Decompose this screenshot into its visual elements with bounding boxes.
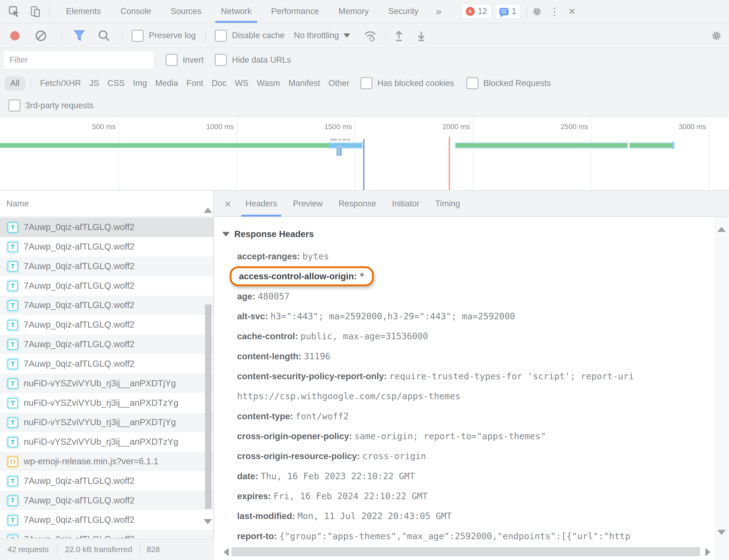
header-line: cross-origin-opener-policysame-origin; r… [237,426,714,446]
main-tab[interactable]: Security [379,0,428,23]
scrollbar-thumb[interactable] [232,547,700,556]
request-row[interactable]: 7Auwp_0qiz-afTLGLQ.woff2 [0,354,213,374]
resources-size: 828 [147,545,160,554]
devtools-tabbar: ElementsConsoleSourcesNetworkPerformance… [0,0,729,23]
resource-type-chip[interactable]: Font [186,78,203,88]
scrollbar-thumb[interactable] [205,304,211,509]
export-har-icon[interactable] [415,29,428,42]
details-tab[interactable]: Headers [238,191,285,217]
resource-type-chip[interactable]: Fetch/XHR [31,78,81,88]
error-badge[interactable]: × 12 [461,4,492,19]
close-details-icon[interactable]: × [224,197,231,210]
request-row[interactable]: wp-emoji-release.min.js?ver=6.1.1 [0,452,213,471]
request-row[interactable]: 7Auwp_0qiz-afTLGLQ.woff2 [0,276,213,296]
disable-cache-checkbox[interactable] [215,30,227,42]
main-tab[interactable]: Performance [261,0,329,23]
main-tab[interactable]: Sources [161,0,211,23]
toolbar-divider [386,29,386,43]
scroll-down-arrow[interactable] [717,530,726,535]
resource-type-chip[interactable]: WS [235,78,248,88]
settings-gear-icon[interactable] [529,4,545,19]
invert-checkbox[interactable] [165,54,178,66]
request-row[interactable]: 7Auwp_0qiz-afTLGLQ.woff2 [0,471,213,491]
main-tab[interactable]: Console [111,0,161,23]
request-row[interactable]: nuFiD-vYSZviVYUb_rj3ij__anPXDTjYg [0,374,213,393]
resource-type-chip[interactable]: All [5,76,25,90]
resource-type-chip[interactable]: CSS [107,78,125,88]
message-badge[interactable]: 1 [495,4,521,19]
preserve-log-checkbox[interactable] [132,30,144,42]
response-headers-section[interactable]: Response Headers [222,225,715,243]
request-row[interactable]: 7Auwp_0qiz-afTLGLQ.woff2 [0,237,213,257]
inspect-element-icon[interactable] [6,4,22,19]
scroll-down-arrow[interactable] [204,519,212,524]
main-tab[interactable]: Elements [56,0,111,23]
devtools-app: ElementsConsoleSourcesNetworkPerformance… [0,0,729,560]
request-row[interactable]: 7Auwp_0qiz-afTLGLQ.woff2 [0,530,213,538]
main-tab[interactable]: Network [211,0,261,23]
resource-type-chip[interactable]: Doc [212,78,227,88]
header-value: h3=":443"; ma=2592000,h3-29=":443"; ma=2… [270,311,515,321]
status-divider [57,543,58,556]
headers-list: accept-rangesbytes access-control-allow-… [222,243,715,546]
filter-input[interactable] [4,51,153,69]
scroll-up-arrow[interactable] [717,227,726,232]
details-vertical-scrollbar[interactable] [715,217,729,560]
resource-type-chip[interactable]: Manifest [289,78,320,88]
request-row[interactable]: 7Auwp_0qiz-afTLGLQ.woff2 [0,315,213,335]
more-tabs-icon[interactable]: » [436,5,441,18]
search-icon[interactable] [98,29,111,42]
name-column-header[interactable]: Name [0,191,213,217]
request-row[interactable]: nuFiD-vYSZviVYUb_rj3ij__anPXDTzYg [0,393,213,413]
file-type-icon [7,319,18,330]
details-tab[interactable]: Preview [285,191,331,217]
details-tab[interactable]: Initiator [384,191,427,217]
details-tab[interactable]: Response [331,191,384,217]
request-row[interactable]: 7Auwp_0qiz-afTLGLQ.woff2 [0,217,213,237]
third-party-checkbox[interactable] [8,99,20,112]
header-line: expiresFri, 16 Feb 2024 22:10:22 GMT [237,486,714,506]
request-row[interactable]: nuFiD-vYSZviVYUb_rj3ij__anPXDTjYg [0,413,213,432]
resource-type-chip[interactable]: Wasm [257,78,280,88]
resource-type-chip[interactable]: Media [155,78,178,88]
record-button[interactable] [10,31,19,40]
file-type-icon [7,417,18,428]
has-blocked-cookies-checkbox[interactable] [360,77,372,89]
request-row[interactable]: nuFiD-vYSZviVYUb_rj3ij__anPXDTzYg [0,432,213,452]
request-row[interactable]: 7Auwp_0qiz-afTLGLQ.woff2 [0,257,213,276]
resource-type-chip[interactable]: Img [133,78,147,88]
resource-type-chip[interactable]: JS [89,78,99,88]
close-devtools-icon[interactable]: × [564,4,580,19]
scroll-right-arrow[interactable] [705,548,710,556]
request-name: 7Auwp_0qiz-afTLGLQ.woff2 [24,515,135,525]
import-har-icon[interactable] [393,29,406,42]
network-settings-gear-icon[interactable] [710,30,723,42]
request-row[interactable]: 7Auwp_0qiz-afTLGLQ.woff2 [0,510,213,530]
request-name: 7Auwp_0qiz-afTLGLQ.woff2 [24,476,135,486]
header-value: font/woff2 [296,411,349,421]
device-toolbar-icon[interactable] [28,4,44,19]
details-tab[interactable]: Timing [427,191,468,217]
header-value: * [359,271,365,281]
request-row[interactable]: 7Auwp_0qiz-afTLGLQ.woff2 [0,295,213,315]
resource-type-chip[interactable]: Other [329,78,349,88]
waterfall-overview[interactable]: 500 ms1000 ms1500 ms2000 ms2500 ms3000 m… [0,116,729,191]
clear-icon[interactable] [34,29,48,42]
header-line: report-to{"group":"apps-themes","max_age… [237,526,714,546]
network-conditions-icon[interactable] [363,29,377,43]
error-icon: × [466,7,474,16]
request-row[interactable]: 7Auwp_0qiz-afTLGLQ.woff2 [0,335,213,354]
scroll-left-arrow[interactable] [224,548,229,556]
blocked-requests-checkbox[interactable] [466,77,478,89]
details-horizontal-scrollbar[interactable] [214,547,715,557]
header-line: dateThu, 16 Feb 2023 22:10:22 GMT [237,466,714,486]
request-row[interactable]: 7Auwp_0qiz-afTLGLQ.woff2 [0,491,213,510]
filter-icon[interactable] [73,29,86,42]
transferred-size: 22.0 kB transferred [65,545,132,554]
hide-data-urls-checkbox[interactable] [215,54,227,66]
throttling-dropdown[interactable]: No throttling [294,31,350,40]
main-tab[interactable]: Memory [329,0,379,23]
file-type-icon [7,476,18,486]
scroll-up-arrow[interactable] [204,208,212,213]
more-options-icon[interactable]: ⋮ [547,4,562,19]
